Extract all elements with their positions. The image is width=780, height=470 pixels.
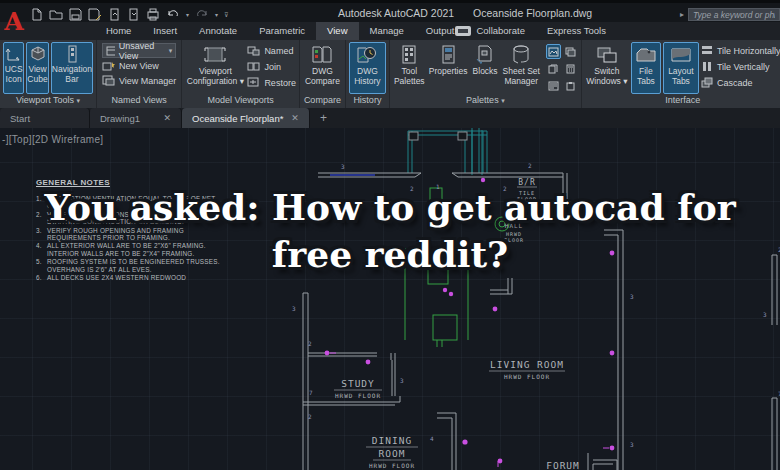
save-to-mobile-icon[interactable] — [127, 8, 140, 21]
calculator-palette-button[interactable] — [563, 61, 578, 76]
file-tab-start[interactable]: Start — [0, 108, 90, 128]
visualize-palette-button[interactable] — [546, 44, 561, 59]
switch-windows-icon — [596, 45, 618, 65]
tile-horizontally-button[interactable]: Tile Horizontally — [701, 43, 780, 58]
save-icon[interactable] — [69, 8, 82, 21]
app-title: Autodesk AutoCAD 2021 — [338, 7, 454, 19]
ribbon-tab-insert[interactable]: Insert — [142, 22, 188, 40]
named-viewports-button[interactable]: Named — [247, 43, 296, 58]
sheets-palette-button[interactable] — [546, 61, 561, 76]
panel-viewport-tools: UCS Icon View Cube Navigation Bar Viewpo… — [0, 40, 97, 108]
layers-palette-icon — [565, 47, 576, 57]
panel-label-palettes[interactable]: Palettes ▾ — [390, 94, 581, 108]
file-tab-drawing1[interactable]: Drawing1 ✕ — [90, 108, 182, 128]
new-view-icon — [102, 60, 115, 71]
view-cube-button[interactable]: View Cube — [26, 42, 49, 94]
close-icon[interactable]: ✕ — [163, 113, 171, 123]
ribbon: UCS Icon View Cube Navigation Bar Viewpo… — [0, 40, 780, 108]
file-tabs-icon — [635, 45, 657, 65]
layers-palette-button[interactable] — [563, 44, 578, 59]
open-folder-icon[interactable] — [49, 8, 63, 21]
dropdown-caret-icon: ▾ — [240, 76, 244, 86]
title-bar: ▾ ▾ ⊽ Autodesk AutoCAD 2021 Oceanside Fl… — [0, 0, 780, 22]
redo-icon[interactable] — [195, 8, 209, 21]
sheet-set-manager-button[interactable]: Sheet Set Manager — [502, 42, 541, 94]
viewport-controls[interactable]: -][Top][2D Wireframe] — [2, 134, 103, 145]
help-search-input[interactable] — [688, 8, 780, 21]
window-title: Autodesk AutoCAD 2021 Oceanside Floorpla… — [338, 7, 592, 19]
ucs-axes-icon — [5, 45, 23, 63]
layout-tabs-icon — [670, 45, 692, 65]
join-viewports-icon — [247, 61, 260, 72]
ucs-icon-button[interactable]: UCS Icon — [3, 42, 24, 94]
wall-tag: 4 — [430, 435, 434, 442]
navigation-bar-icon — [65, 45, 79, 63]
panel-history: DWG History History — [346, 40, 390, 108]
blocks-button[interactable]: Blocks — [471, 42, 500, 94]
view-combo-icon — [106, 46, 115, 56]
dwg-compare-icon — [311, 45, 333, 65]
ribbon-tab-annotate[interactable]: Annotate — [188, 22, 248, 40]
navigation-bar-button[interactable]: Navigation Bar — [51, 42, 93, 94]
autocad-logo-icon[interactable]: A — [2, 6, 26, 38]
room-label-living-room: LIVING ROOM — [490, 359, 564, 370]
view-manager-button[interactable]: View Manager — [102, 73, 176, 88]
ribbon-tab-parametric[interactable]: Parametric — [248, 22, 316, 40]
panel-compare: DWG Compare Compare — [300, 40, 346, 108]
room-floor-label: HRWD FLOOR — [504, 373, 550, 380]
switch-windows-button[interactable]: Switch Windows ▾ — [585, 42, 629, 94]
layout-tabs-button[interactable]: Layout Tabs — [663, 42, 699, 94]
autocad-window: ▾ ▾ ⊽ Autodesk AutoCAD 2021 Oceanside Fl… — [0, 0, 780, 470]
restore-viewports-icon — [247, 77, 260, 88]
redo-dropdown-icon[interactable]: ▾ — [215, 9, 218, 21]
panel-label-model-viewports: Model Viewports — [182, 94, 299, 108]
tool-palettes-button[interactable]: Tool Palettes — [393, 42, 426, 94]
blocks-icon — [475, 45, 495, 65]
restore-viewports-button[interactable]: Restore — [247, 75, 296, 90]
open-from-mobile-icon[interactable] — [108, 8, 121, 21]
dwg-compare-button[interactable]: DWG Compare — [303, 42, 342, 94]
viewport-configuration-button[interactable]: Viewport Configuration ▾ — [185, 42, 245, 94]
ribbon-tab-home[interactable]: Home — [95, 22, 142, 40]
panel-label-compare: Compare — [300, 94, 345, 108]
drawing-canvas[interactable]: 3 2 1 2 2 3 2 7 2 3 4 3 3 3 2 7 B/R TILE… — [0, 128, 780, 470]
ribbon-tab-manage[interactable]: Manage — [359, 22, 415, 40]
panel-label-viewport-tools[interactable]: Viewport Tools ▾ — [0, 94, 96, 108]
panel-caret-icon: ▾ — [77, 97, 81, 104]
view-combo[interactable]: Unsaved View ▾ — [102, 43, 176, 58]
close-icon[interactable]: ✕ — [291, 113, 299, 123]
clipboard-palette-button[interactable] — [563, 78, 578, 93]
panel-interface: Switch Windows ▾ File Tabs Layout Tabs T… — [582, 40, 780, 108]
cascade-button[interactable]: Cascade — [701, 75, 780, 90]
new-tab-icon[interactable]: + — [310, 108, 337, 128]
plot-icon[interactable] — [146, 8, 160, 21]
room-label-dining: DINING — [372, 435, 412, 446]
wall-tag: 3 — [630, 293, 634, 300]
file-tabs-button[interactable]: File Tabs — [631, 42, 661, 94]
properties-button[interactable]: Properties — [428, 42, 469, 94]
join-viewports-button[interactable]: Join — [247, 59, 296, 74]
ribbon-options-button[interactable] — [455, 26, 471, 36]
ribbon-tab-view[interactable]: View — [316, 22, 358, 40]
undo-dropdown-icon[interactable]: ▾ — [186, 9, 189, 21]
save-as-icon[interactable] — [88, 8, 102, 21]
view-manager-icon — [102, 75, 115, 86]
wall-tag: 2 — [528, 162, 532, 169]
qat-customize-icon[interactable]: ⊽ — [224, 9, 228, 21]
room-floor-label: HRWD FLOOR — [369, 462, 415, 469]
clipboard-palette-icon — [566, 81, 575, 91]
dwg-history-button[interactable]: DWG History — [349, 42, 386, 94]
panel-palettes: Tool Palettes Properties Blocks Sheet Se… — [390, 40, 582, 108]
new-view-button[interactable]: New View — [102, 58, 176, 73]
room-floor-label: HRWD FLOOR — [335, 392, 381, 399]
search-expand-icon[interactable]: ▸ — [680, 10, 684, 19]
file-tab-oceanside-floorplan[interactable]: Oceanside Floorplan* ✕ — [182, 108, 310, 128]
undo-icon[interactable] — [166, 8, 180, 21]
new-file-icon[interactable] — [30, 8, 43, 21]
tool-palettes-icon — [401, 45, 417, 65]
markup-palette-button[interactable] — [546, 78, 561, 93]
tile-vertically-button[interactable]: Tile Vertically — [701, 59, 780, 74]
ribbon-tab-express-tools[interactable]: Express Tools — [536, 22, 617, 40]
properties-icon — [441, 45, 456, 65]
ribbon-tab-collaborate[interactable]: Collaborate — [465, 22, 536, 40]
